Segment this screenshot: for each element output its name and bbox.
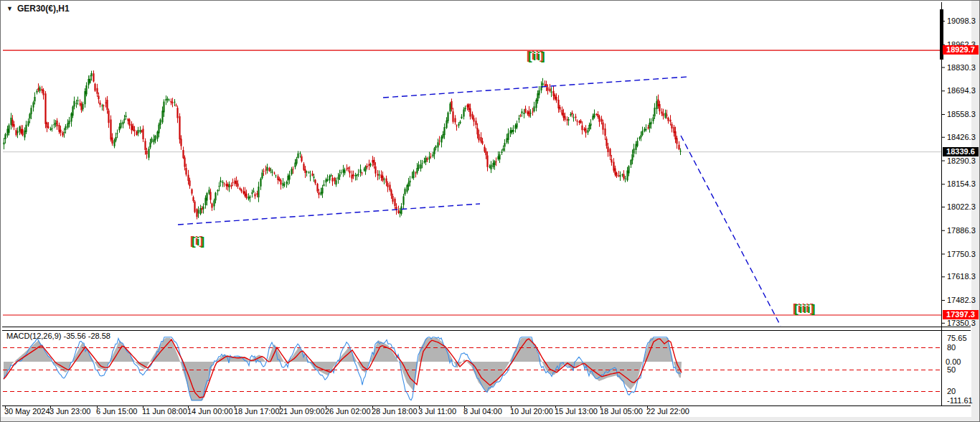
time-axis-label: 26 Jun 02:00 (325, 407, 371, 416)
price-axis-label: 17482.3 (947, 296, 976, 304)
price-marker-18929.7: 18929.7 (943, 45, 979, 55)
macd-level-label: 50 (947, 365, 956, 374)
wave-label-iii[interactable]: [iii] (794, 302, 816, 316)
price-marker-17397.3: 17397.3 (943, 310, 979, 319)
chart-title-bar: ▼GER30(€),H1 (6, 4, 70, 14)
price-marker-18339.6: 18339.6 (943, 147, 979, 156)
time-axis-label: 28 Jun 18:00 (372, 407, 418, 416)
price-axis-label: 18154.3 (947, 179, 976, 188)
time-axis-label: 10 Jul 20:00 (510, 407, 553, 416)
time-axis-label: 22 Jul 22:00 (646, 407, 689, 416)
price-axis-label: 18694.3 (947, 86, 976, 95)
trendline-upper-channel[interactable] (383, 77, 688, 98)
wave-label-i[interactable]: [i] (192, 235, 205, 249)
price-axis-label: 17886.3 (947, 226, 976, 235)
up-candle-wicks (4, 71, 681, 218)
macd-level-label: 20 (947, 387, 956, 395)
wave-label-ii[interactable]: [ii] (528, 50, 546, 64)
price-axis-label: 18426.3 (947, 133, 976, 141)
time-axis-label: 18 Jun 17:00 (234, 407, 280, 416)
collapse-triangle-icon[interactable]: ▼ (6, 5, 13, 12)
symbol-period-title: GER30(€),H1 (17, 4, 70, 14)
time-axis-label: 14 Jun 00:00 (187, 407, 233, 416)
price-axis-label: 17618.3 (947, 272, 976, 281)
chart-window: ▼GER30(€),H1 MACD(12,26,9) -35.56 -28.58… (0, 0, 980, 422)
time-axis-label: 11 Jun 08:00 (142, 407, 187, 416)
price-axis-label: 18290.3 (947, 156, 976, 165)
price-axis-label: 18022.3 (947, 202, 976, 211)
price-axis-label: 18558.3 (947, 110, 976, 118)
time-axis-label: 3 Jul 11:00 (418, 407, 456, 416)
time-axis-label: 3 Jun 23:00 (50, 407, 91, 416)
macd-axis-max: 75.65 (947, 334, 967, 342)
indicator-label: MACD(12,26,9) -35.56 -28.58 (6, 332, 110, 340)
down-candle-wicks (13, 70, 679, 219)
chart-plot-area[interactable] (1, 1, 980, 422)
time-axis-label: 15 Jul 13:00 (555, 407, 598, 416)
up-candle-bodies (4, 73, 681, 214)
price-axis-label: 18830.3 (947, 63, 976, 72)
macd-axis-min: -111.61 (947, 396, 973, 405)
time-axis-label: 21 Jun 09:00 (279, 407, 325, 416)
time-axis-label: 8 Jul 04:00 (463, 407, 502, 416)
price-axis-label: 17350.3 (947, 319, 976, 327)
price-axis-label: 17750.3 (947, 250, 976, 258)
price-axis-label: 19098.3 (947, 17, 976, 25)
trendline-projection[interactable] (681, 136, 781, 326)
time-axis-label: 18 Jul 05:00 (600, 407, 643, 416)
trendline-lower-channel[interactable] (178, 204, 480, 225)
time-axis-label: 6 Jun 15:00 (96, 407, 138, 416)
macd-level-label: 80 (947, 343, 956, 352)
time-axis-label: 30 May 2024 (4, 407, 50, 416)
